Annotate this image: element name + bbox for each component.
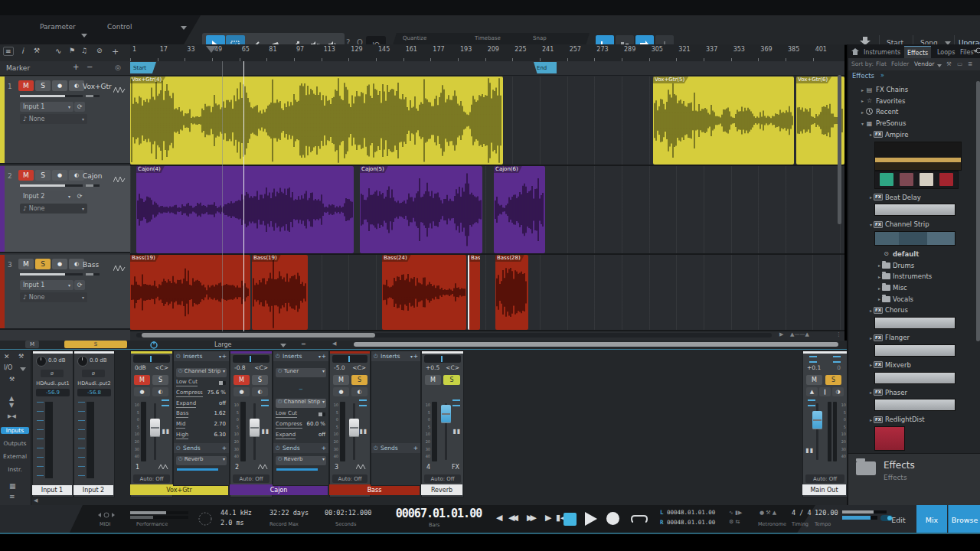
track-record-arm-button[interactable]: ● [52,80,67,91]
collapsed-caret-icon[interactable]: ▸ [860,87,865,93]
track-lane-bass[interactable]: Bass(19)Bass(19)Bass(24)BassBass(28) [130,255,844,331]
volume-value[interactable]: -5.0 [334,364,345,371]
insert-device[interactable]: ⏻ Tuner▾ [276,368,326,377]
inspector-icon[interactable]: i [21,47,24,55]
input-phase-button[interactable]: ø [82,370,105,377]
seconds-value[interactable]: 00:02:12.000 [325,509,371,517]
collapsed-caret-icon[interactable]: ▸ [868,308,874,313]
mixer-scrollbar[interactable] [354,342,838,347]
view-thumbnails-icon[interactable]: ▭ [957,60,962,67]
collapsed-caret-icon[interactable]: ▸ [877,296,882,302]
channel-monitor-button[interactable]: ◐ [252,387,268,396]
tree-item-chorus[interactable]: ▸FXChorus [848,305,980,315]
timeline-ruler[interactable]: 1173349658197113129145161177193209225241… [130,44,844,62]
pan-value[interactable]: <C> [155,364,168,371]
volume-value[interactable]: 0dB [135,364,146,371]
breadcrumb-effects[interactable]: Effects [852,72,874,80]
channel-strip-reverb[interactable]: +0.5<C>MS1050510203040▮▮4FXAuto: Off [421,350,464,497]
tree-item-ampire[interactable]: ▸FXAmpire [848,129,980,140]
audio-clip[interactable]: Bass(24) [382,255,466,330]
track-io-dropdown[interactable]: ♪ None▾ [20,292,87,302]
insert-param[interactable]: Compress60.0 % [276,421,326,430]
track-mute-button[interactable]: M [18,80,34,91]
track-monitor-button[interactable]: ◐ [69,80,84,91]
mixer-scroll-left-icon[interactable]: ◀ [332,341,336,347]
channel-pan-control[interactable] [133,355,170,363]
dim-button[interactable]: ❙ [819,387,831,396]
parameter-dropdown[interactable]: Parameter [40,23,76,31]
plugin-thumbnail[interactable] [874,317,956,329]
insert-param-toggle[interactable]: Low Cut [176,379,227,388]
rewind-button[interactable]: ◀◀ [508,513,515,523]
edit-view-button[interactable]: Edit [880,505,916,534]
collapsed-caret-icon[interactable]: ▸ [868,390,874,395]
channel-setup-icon[interactable]: ⚒ [9,376,15,383]
channel-solo-button[interactable]: S [351,375,368,385]
track-record-arm-button[interactable]: ● [52,170,67,181]
tree-item-redlightdist[interactable]: ▸FXRedlightDist [848,414,980,425]
add-track-icon[interactable]: + [112,47,119,57]
channel-solo-button[interactable]: S [152,375,168,385]
plugin-thumbnail-pedalboard[interactable] [874,171,959,189]
track-input-gear-button[interactable]: ⟳ [74,280,85,290]
automation-icon[interactable]: ∿ [55,47,61,55]
volume-value[interactable]: -0.8 [234,364,246,371]
io-toggle[interactable]: I/O [4,364,12,371]
channel-automation-button[interactable]: Auto: Off [133,474,170,483]
send-slot[interactable]: ⏻ Reverb▾ [176,456,227,465]
mixer-size-caret-icon[interactable] [280,344,286,347]
insert-param[interactable]: Compress75.6 % [176,390,227,399]
speaker-button[interactable]: ◑ [832,387,844,396]
sort-flat-option[interactable]: Flat [876,60,887,67]
track-record-arm-button[interactable]: ● [52,259,67,269]
channel-pan-control[interactable] [233,355,270,363]
layout-icon[interactable]: ≡ [9,493,15,500]
tab-loops[interactable]: Loops [934,46,958,58]
track-input-dropdown[interactable]: Input 2▾ [20,191,74,201]
mix-view-button[interactable]: Mix [916,505,947,534]
collapse-horizontal-icon[interactable]: ▶◀ [8,413,16,419]
mixer-nav-inputs[interactable]: Inputs [1,427,29,434]
tree-item-instruments[interactable]: ▸Instruments [848,271,980,282]
tree-item-favorites[interactable]: ▸☆Favorites [848,96,980,106]
tab-instruments[interactable]: Instruments [861,46,903,58]
control-dropdown[interactable]: Control [107,23,132,31]
tree-item-recent[interactable]: ▸Recent [848,106,980,117]
mixer-size-dropdown[interactable]: Large [214,341,232,348]
pan-value[interactable]: <C> [254,364,268,371]
tree-item-vocals[interactable]: ▸Vocals [848,294,980,305]
tree-item-phaser[interactable]: ▸FXPhaser [848,387,980,398]
track-pan-slider[interactable] [86,95,100,97]
metronome-icons[interactable]: ● ⚒ ▲ [760,510,776,516]
track-pan-slider[interactable] [86,273,100,276]
fader-cap[interactable] [250,419,260,437]
track-mute-button[interactable]: M [18,170,34,181]
channel-mute-button[interactable]: M [333,375,349,385]
track-list-menu-icon[interactable]: ≡ [3,47,14,56]
start-marker-flag[interactable]: Start [130,62,156,73]
sends-header[interactable]: ⏻Sends+ [371,443,420,453]
channel-mute-button[interactable]: M [806,375,822,385]
view-list-icon[interactable]: ≣ [968,60,972,67]
insert-param[interactable]: Mid2.70 [176,421,227,430]
collapsed-caret-icon[interactable]: ▸ [877,274,882,279]
track-header-vox+gtr[interactable]: 1MS●◐Vox+GtrInput 1▾⟳♪ None▾ [0,77,130,165]
setup-wrench-icon[interactable]: ⚒ [34,47,40,54]
channel-strip-main-out[interactable]: +0.10MS▲❙◑1050510203040▮▮Auto: Off [802,350,848,497]
send-slot[interactable]: ⏻ Reverb▾ [276,456,326,465]
close-mixer-icon[interactable]: ✕ [4,353,10,360]
mono-button[interactable]: ▲ [806,387,818,396]
track-volume-slider[interactable] [20,184,83,187]
collapsed-caret-icon[interactable]: ▸ [868,194,874,200]
volume-value-2[interactable]: 0 [837,364,841,371]
channel-name-bar[interactable]: Reverb [421,484,462,495]
tree-item-drums[interactable]: ▸Drums [848,260,980,271]
arrangement-area[interactable]: 1173349658197113129145161177193209225241… [130,44,844,341]
remove-marker-button[interactable]: − [87,63,93,71]
track-mute-button[interactable]: M [18,259,34,269]
audio-clip[interactable]: Bass(19) [130,255,250,330]
io-caret-icon[interactable] [20,367,26,371]
mixer-wrench-icon[interactable]: ⚒ [18,353,24,360]
nudge-back-button[interactable]: ◀ [496,513,502,523]
expanded-caret-icon[interactable]: ▾ [868,222,874,227]
